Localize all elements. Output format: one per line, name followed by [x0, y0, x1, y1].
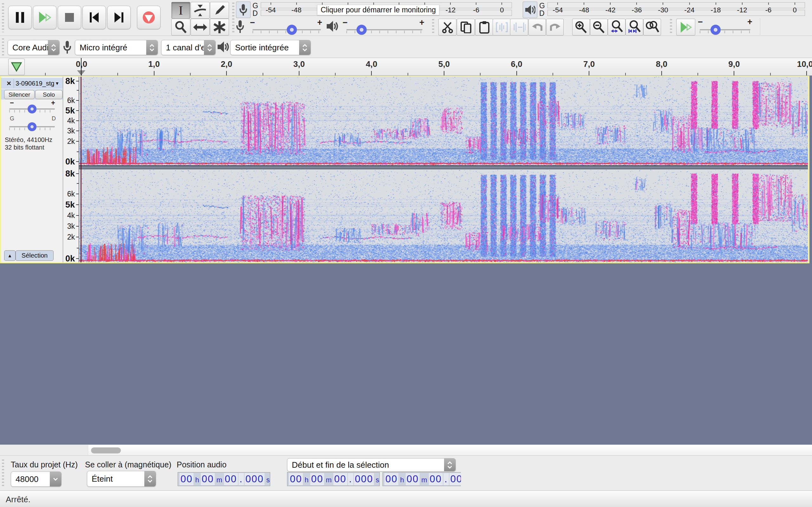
- snap-to-dropdown[interactable]: Éteint: [87, 471, 156, 487]
- copy-button[interactable]: [457, 19, 475, 36]
- skip-to-end-button[interactable]: [107, 6, 131, 29]
- time-digit-cell[interactable]: 000: [245, 473, 265, 485]
- monitoring-tooltip[interactable]: Cliquer pour démarrer le monitoring: [317, 5, 439, 15]
- record-channels-dropdown[interactable]: 1 canal d'e...: [161, 40, 216, 55]
- pause-button[interactable]: [8, 6, 32, 29]
- zoom-tool-button[interactable]: [171, 19, 190, 36]
- toolbar-grip[interactable]: [232, 3, 235, 33]
- selection-start-field[interactable]: 00h00m00.000s▼: [287, 472, 380, 486]
- play-at-speed-button[interactable]: [676, 19, 695, 36]
- horizontal-scrollbar[interactable]: [88, 445, 812, 456]
- record-meter-button[interactable]: [236, 2, 251, 18]
- collapse-track-button[interactable]: ▲: [4, 250, 15, 261]
- time-digit-cell[interactable]: 00: [310, 473, 324, 485]
- selection-tool-button[interactable]: I: [171, 2, 190, 19]
- trim-audio-icon: [496, 21, 508, 33]
- record-device-dropdown[interactable]: Micro intégré: [75, 40, 158, 55]
- redo-button[interactable]: [546, 19, 564, 36]
- record-meter[interactable]: Cliquer pour démarrer le monitoring -54-…: [261, 2, 512, 17]
- envelope-tool-button[interactable]: [191, 2, 210, 19]
- time-shift-tool-button[interactable]: [191, 19, 210, 36]
- track-name-menu[interactable]: 3-090619_stg ▼: [15, 79, 62, 88]
- toolbar-grip[interactable]: [670, 19, 672, 34]
- selection-range-dropdown[interactable]: Début et fin de la sélection: [287, 458, 456, 471]
- time-digit-cell[interactable]: 00: [385, 473, 398, 485]
- frequency-label: 2k: [67, 233, 75, 241]
- pan-thumb[interactable]: [28, 122, 37, 131]
- record-button[interactable]: [137, 6, 160, 29]
- time-digit-cell[interactable]: .: [444, 473, 449, 485]
- timeline-tick: [661, 71, 662, 75]
- audio-host-dropdown[interactable]: Core Audio: [8, 40, 60, 55]
- toolbar-grip[interactable]: [2, 459, 4, 486]
- track-area[interactable]: × 3-090619_stg ▼ Silencer Solo − + G D: [0, 76, 812, 445]
- mute-button[interactable]: Silencer: [4, 90, 35, 99]
- solo-button[interactable]: Solo: [35, 90, 62, 99]
- spectrogram-channel-right[interactable]: [79, 169, 808, 262]
- gain-thumb[interactable]: [28, 105, 37, 113]
- speed-thumb[interactable]: [711, 25, 721, 35]
- time-digit-cell[interactable]: 00: [334, 473, 347, 485]
- toolbar-grip[interactable]: [2, 38, 4, 55]
- channel-divider[interactable]: [79, 165, 808, 169]
- zoom-in-button[interactable]: [572, 19, 590, 36]
- time-unit-label: h: [305, 474, 308, 484]
- draw-tool-button[interactable]: [210, 2, 229, 19]
- meter-scale-label: -54: [266, 6, 276, 14]
- time-digit-cell[interactable]: .: [239, 473, 244, 485]
- scrollbar-thumb[interactable]: [91, 447, 121, 453]
- timeline-ruler[interactable]: 0,01,02,03,04,05,06,07,08,09,010,0: [0, 58, 812, 76]
- time-digit-cell[interactable]: 00: [224, 473, 238, 485]
- time-digit-cell[interactable]: 00: [429, 473, 443, 485]
- frequency-ruler[interactable]: 8k6k5k4k3k2k0k8k6k5k4k3k2k0k: [63, 77, 79, 262]
- toolbar-grip[interactable]: [2, 3, 4, 32]
- fit-project-button[interactable]: [625, 19, 643, 36]
- gain-max-label: +: [51, 99, 55, 107]
- undo-button[interactable]: [528, 19, 546, 36]
- time-unit-label: m: [421, 474, 427, 484]
- record-volume-thumb[interactable]: [287, 25, 297, 35]
- play-volume-thumb[interactable]: [357, 25, 367, 35]
- timeline-tick-minor: [263, 73, 263, 75]
- play-button[interactable]: [33, 6, 56, 29]
- time-digit-cell[interactable]: .: [348, 473, 353, 485]
- zoom-out-icon: [593, 21, 605, 34]
- track-spectrograms[interactable]: [79, 77, 808, 262]
- record-icon: [142, 11, 155, 24]
- frequency-tick: [76, 100, 79, 101]
- zoom-out-button[interactable]: [590, 19, 608, 36]
- speed-slider[interactable]: [700, 29, 751, 31]
- play-meter[interactable]: -54-48-42-36-30-24-18-12-60: [548, 2, 805, 17]
- selection-end-field[interactable]: 00h00m00.00: [383, 472, 461, 486]
- close-track-button[interactable]: ×: [4, 79, 14, 88]
- play-at-speed-icon: [679, 21, 692, 33]
- fit-selection-button[interactable]: [608, 19, 625, 36]
- selection-status-button[interactable]: Sélection: [15, 250, 54, 261]
- time-digit-cell[interactable]: 00: [180, 473, 194, 485]
- project-rate-dropdown[interactable]: 48000: [11, 471, 61, 487]
- time-digit-cell[interactable]: 00: [406, 473, 420, 485]
- spectrogram-channel-left[interactable]: [79, 77, 808, 165]
- time-digit-cell[interactable]: 00: [289, 473, 303, 485]
- toolbar-grip[interactable]: [432, 19, 434, 34]
- silence-audio-button[interactable]: [510, 19, 528, 36]
- timeline-tick: [444, 71, 444, 75]
- cut-button[interactable]: [438, 19, 456, 36]
- timeline-tick-minor: [190, 73, 191, 75]
- skip-to-start-button[interactable]: [83, 6, 106, 29]
- skip-to-start-icon: [89, 12, 100, 23]
- time-digit-cell[interactable]: 000: [354, 473, 374, 485]
- zoom-toggle-button[interactable]: [643, 19, 661, 36]
- pin-playhead-button[interactable]: [8, 59, 25, 75]
- timeline-tick: [734, 71, 734, 75]
- stop-button[interactable]: [58, 6, 81, 29]
- paste-button[interactable]: [475, 19, 493, 36]
- playback-device-dropdown[interactable]: Sortie intégrée: [230, 40, 311, 55]
- multi-tool-button[interactable]: [210, 19, 229, 36]
- meter-tick: [502, 3, 502, 5]
- play-meter-button[interactable]: [523, 2, 537, 18]
- time-digit-cell[interactable]: 00: [450, 473, 461, 485]
- trim-audio-button[interactable]: [493, 19, 511, 36]
- audio-position-field[interactable]: 00h00m00.000s▼: [177, 472, 270, 486]
- time-digit-cell[interactable]: 00: [201, 473, 215, 485]
